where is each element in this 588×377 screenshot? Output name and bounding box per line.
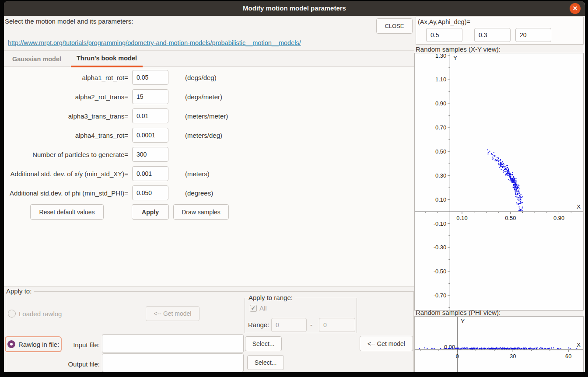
aphi-input[interactable] <box>515 28 551 42</box>
form-row-alpha4: alpha4_trans_rot= (meters/deg) <box>4 128 249 143</box>
range-from-input <box>271 318 307 332</box>
alpha3-input[interactable] <box>132 108 168 123</box>
ay-input[interactable] <box>474 28 511 42</box>
y-tick-label: 0.50 <box>435 148 446 155</box>
phi-scatter-canvas[interactable]: 030600.00XY <box>415 317 583 372</box>
loaded-rawlog-radio <box>8 310 16 318</box>
x-tick-label: 0 <box>456 353 459 360</box>
y-tick-label: 1.10 <box>435 76 446 83</box>
all-checkbox-label: All <box>259 304 267 312</box>
alpha4-unit: (meters/deg) <box>185 132 222 139</box>
x-tick-label: 0.10 <box>456 215 467 221</box>
x-tick-label: 30 <box>510 353 516 360</box>
form-row-min-std-xy: Additional std. dev. of x/y (min_std_XY)… <box>4 166 249 181</box>
tab-gaussian-model[interactable]: Gaussian model <box>4 51 70 67</box>
ax-input[interactable] <box>426 28 462 42</box>
draw-samples-button[interactable]: Draw samples <box>173 204 229 220</box>
tab-thruns-book-model[interactable]: Thrun's book model <box>71 51 143 67</box>
reset-default-values-button[interactable]: Reset default values <box>30 204 104 220</box>
tab-bar: Gaussian model Thrun's book model <box>4 50 414 67</box>
y-tick-label: 0.10 <box>435 196 446 203</box>
phi-chart-title: Random samples (PHI view): <box>416 309 500 316</box>
alpha1-unit: (degs/deg) <box>185 74 217 81</box>
alpha4-input[interactable] <box>132 128 168 143</box>
apply-to-legend: Apply to: <box>6 287 34 295</box>
particles-label: Number of particles to generate= <box>4 151 128 158</box>
x-tick-label: 60 <box>565 353 571 360</box>
x-axis-letter: X <box>577 342 581 348</box>
all-checkbox: ✓ <box>250 305 257 312</box>
alpha2-unit: (degs/meter) <box>185 93 222 101</box>
form-row-alpha3: alpha3_trans_trans= (meters/meter) <box>4 108 249 123</box>
alpha1-label: alpha1_rot_rot= <box>4 74 128 81</box>
xy-chart-title: Random samples (X-Y view): <box>416 45 500 53</box>
x-axis-letter: X <box>577 203 581 210</box>
alpha3-unit: (meters/meter) <box>185 112 228 120</box>
apply-to-range-legend: Apply to range: <box>248 294 295 301</box>
x-tick-label: 0.50 <box>505 215 516 221</box>
apply-button[interactable]: Apply <box>132 204 169 220</box>
xy-scatter-canvas[interactable]: 0.100.500.901.301.100.900.700.500.300.10… <box>415 53 583 310</box>
y-tick-label: 1.30 <box>435 53 446 59</box>
instruction-text: Select the motion model and its paramete… <box>5 17 133 25</box>
alpha2-label: alpha2_rot_trans= <box>4 93 128 101</box>
thrun-model-panel: alpha1_rot_rot= (degs/deg) alpha2_rot_tr… <box>4 67 414 287</box>
tutorial-link[interactable]: http://www.mrpt.org/tutorials/programmin… <box>8 39 301 46</box>
y-axis-letter: Y <box>453 55 457 61</box>
y-tick-label: -0.10 <box>434 220 447 227</box>
alpha2-input[interactable] <box>132 89 168 104</box>
min-std-phi-unit: (degrees) <box>185 189 213 197</box>
apply-to-range-group: Apply to range: ✓ All Range: - <box>245 298 357 333</box>
y-tick-label: -0.70 <box>434 292 447 299</box>
form-row-particles: Number of particles to generate= <box>4 147 249 162</box>
select-output-file-button[interactable]: Select... <box>247 355 284 370</box>
range-label: Range: <box>248 321 269 328</box>
rawlog-in-file-radio[interactable] <box>7 340 15 348</box>
select-input-file-button[interactable]: Select... <box>245 336 282 351</box>
window-title: Modify motion model parameters <box>4 4 585 12</box>
particles-input[interactable] <box>132 147 168 162</box>
y-tick-label: -0.30 <box>434 244 447 251</box>
y-tick-label: 0.30 <box>435 172 446 179</box>
min-std-xy-label: Additional std. dev. of x/y (min_std_XY)… <box>4 170 128 178</box>
xy-scatter-chart[interactable]: 0.100.500.901.301.100.900.700.500.300.10… <box>414 53 584 311</box>
y-tick-label: 0.70 <box>435 124 446 131</box>
min-std-phi-label: Additional std.dev. of phi (min_std_PHI)… <box>4 189 128 197</box>
dialog-window: Modify motion model parameters ✕ Select … <box>4 1 585 372</box>
range-separator: - <box>310 321 312 328</box>
close-button[interactable]: CLOSE <box>376 18 413 34</box>
desktop-background: Modify motion model parameters ✕ Select … <box>0 0 588 377</box>
form-row-alpha1: alpha1_rot_rot= (degs/deg) <box>4 70 249 85</box>
pose-increment-label: (Ax,Ay,Aphi_deg)= <box>418 18 470 25</box>
min-std-xy-unit: (meters) <box>185 170 210 178</box>
input-file-label: Input file: <box>65 341 100 349</box>
form-row-alpha2: alpha2_rot_trans= (degs/meter) <box>4 89 249 104</box>
rawlog-in-file-label[interactable]: Rawlog in file: <box>18 341 59 348</box>
y-tick-label: 0.90 <box>435 100 446 107</box>
loaded-rawlog-label: Loaded rawlog <box>19 310 62 318</box>
alpha4-label: alpha4_trans_rot= <box>4 132 128 139</box>
title-bar[interactable]: Modify motion model parameters ✕ <box>4 1 585 16</box>
range-to-input <box>319 318 355 332</box>
alpha3-label: alpha3_trans_trans= <box>4 112 128 120</box>
output-file-label: Output file: <box>65 360 100 368</box>
y-axis-letter: Y <box>461 318 465 325</box>
input-file-field[interactable] <box>102 334 244 353</box>
phi-scatter-chart[interactable]: 030600.00XY <box>414 316 584 372</box>
pose-increment-panel: (Ax,Ay,Aphi_deg)= <box>416 17 584 45</box>
get-model-bottom-button[interactable]: <-- Get model <box>360 336 413 351</box>
scatter-points <box>487 149 523 211</box>
x-tick-label: 0.90 <box>553 215 564 221</box>
form-row-min-std-phi: Additional std.dev. of phi (min_std_PHI)… <box>4 185 249 200</box>
min-std-xy-input[interactable] <box>132 166 168 181</box>
y-tick-label: -0.50 <box>434 268 447 275</box>
alpha1-input[interactable] <box>132 70 168 85</box>
scatter-points <box>419 347 577 349</box>
min-std-phi-input[interactable] <box>132 185 168 200</box>
output-file-field[interactable] <box>102 353 244 372</box>
window-close-icon[interactable]: ✕ <box>570 3 581 14</box>
get-model-top-button: <-- Get model <box>146 306 200 321</box>
